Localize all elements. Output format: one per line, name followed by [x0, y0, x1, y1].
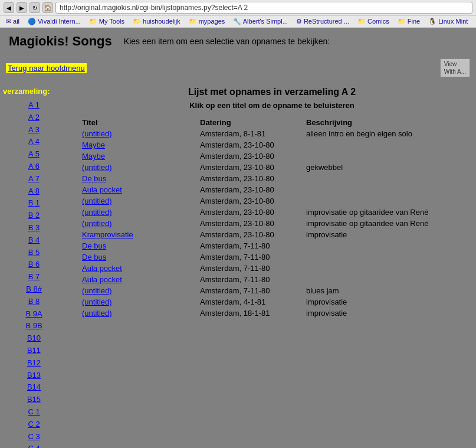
sidebar-item[interactable]: B 7 [3, 271, 65, 283]
bookmark-restructured[interactable]: ⚙ ReStructured ... [294, 17, 352, 26]
sidebar-item[interactable]: B15 [3, 394, 65, 406]
track-date: Amsterdam, 8-1-81 [198, 128, 304, 139]
track-description [304, 173, 464, 184]
bookmark-fine[interactable]: 📁 Fine [395, 17, 422, 26]
bookmark-alberts[interactable]: 🔧 Albert's Simpl... [231, 17, 290, 26]
home-button[interactable]: 🏠 [42, 2, 53, 13]
back-link-bar: Terug naar hoofdmenu ViewWith A... [0, 55, 476, 81]
sidebar-item[interactable]: B13 [3, 369, 65, 382]
table-row: (untitled)Amsterdam, 23-10-80improvisati… [80, 218, 464, 229]
sidebar-item[interactable]: B11 [3, 345, 65, 357]
track-title-link[interactable]: Aula pocket [82, 185, 122, 194]
sidebar-item[interactable]: B12 [3, 357, 65, 369]
track-title-link[interactable]: Maybe [82, 140, 105, 149]
sidebar-item[interactable]: A 4 [3, 136, 65, 148]
sidebar-item[interactable]: B14 [3, 381, 65, 394]
main-content: verzameling: A 1A 2A 3A 4A 5A 6A 7A 8B 1… [0, 81, 476, 448]
url-bar[interactable] [55, 2, 472, 14]
track-title-link[interactable]: De bus [82, 174, 106, 183]
sidebar: verzameling: A 1A 2A 3A 4A 5A 6A 7A 8B 1… [0, 81, 68, 448]
sidebar-item[interactable]: A 6 [3, 161, 65, 173]
track-date: Amsterdam, 23-10-80 [198, 218, 304, 229]
track-title-link[interactable]: Kramprovisatie [82, 230, 133, 239]
track-description: improvisatie [304, 229, 464, 240]
bookmark-mypages[interactable]: 📁 mypages [186, 17, 228, 26]
back-link[interactable]: Terug naar hoofdmenu [6, 63, 87, 73]
track-description [304, 184, 464, 195]
sidebar-item[interactable]: B 8 [3, 296, 65, 308]
sidebar-item[interactable]: A 7 [3, 173, 65, 185]
track-description [304, 195, 464, 207]
bookmark-mijngroepen[interactable]: 📁 Mijn groepen ... [474, 17, 476, 26]
sidebar-item[interactable]: A 3 [3, 124, 65, 136]
bookmark-vivaldi[interactable]: 🔵 Vivaldi Intern... [25, 17, 83, 26]
track-title-link[interactable]: Maybe [82, 152, 105, 161]
table-row: Aula pocketAmsterdam, 23-10-80 [80, 184, 464, 195]
bookmark-linuxmint[interactable]: 🐧 Linux Mint [426, 17, 470, 26]
sidebar-item[interactable]: C 3 [3, 431, 65, 443]
track-title-link[interactable]: (untitled) [82, 163, 112, 172]
forward-button[interactable]: ▶ [17, 2, 27, 13]
track-title-link[interactable]: (untitled) [82, 286, 112, 295]
sidebar-item[interactable]: C 2 [3, 418, 65, 431]
track-description: improvisatie [304, 308, 464, 319]
back-button[interactable]: ◀ [4, 2, 14, 13]
track-title-link[interactable]: (untitled) [82, 297, 112, 306]
track-date: Amsterdam, 23-10-80 [198, 184, 304, 195]
track-title-link[interactable]: Aula pocket [82, 275, 122, 284]
sidebar-item[interactable]: B 6 [3, 259, 65, 271]
track-description [304, 240, 464, 251]
track-date: Amsterdam, 7-11-80 [198, 263, 304, 274]
reload-button[interactable]: ↻ [29, 2, 40, 13]
browser-toolbar: ◀ ▶ ↻ 🏠 [0, 0, 476, 16]
track-date: Amsterdam, 23-10-80 [198, 173, 304, 184]
sidebar-item[interactable]: C 4 [3, 443, 65, 448]
bookmark-comics[interactable]: 📁 Comics [355, 17, 392, 26]
sidebar-item[interactable]: A 5 [3, 148, 65, 161]
sidebar-item[interactable]: B 8# [3, 283, 65, 296]
track-title-link[interactable]: De bus [82, 241, 106, 250]
track-description [304, 263, 464, 274]
track-title-link[interactable]: (untitled) [82, 208, 112, 217]
bookmarks-bar: ✉ ail 🔵 Vivaldi Intern... 📁 My Tools 📁 h… [0, 16, 476, 28]
track-date: Amsterdam, 23-10-80 [198, 139, 304, 151]
sidebar-item[interactable]: B 2 [3, 210, 65, 222]
view-button[interactable]: ViewWith A... [440, 58, 470, 77]
sidebar-item[interactable]: C 1 [3, 406, 65, 418]
collection-title: Lijst met opnames in verzameling A 2 [80, 87, 464, 97]
tracks-body: (untitled)Amsterdam, 8-1-81alleen intro … [80, 128, 464, 319]
track-title-link[interactable]: Aula pocket [82, 264, 122, 273]
track-description: improvisatie op gitaaridee van René [304, 207, 464, 218]
sidebar-item[interactable]: B 5 [3, 247, 65, 259]
sidebar-item[interactable]: B 9A [3, 308, 65, 321]
track-title-link[interactable]: (untitled) [82, 219, 112, 228]
track-title-link[interactable]: (untitled) [82, 129, 112, 138]
sidebar-item[interactable]: B10 [3, 332, 65, 345]
sidebar-item[interactable]: A 8 [3, 185, 65, 198]
sidebar-item[interactable]: B 3 [3, 222, 65, 234]
bookmark-mytools[interactable]: 📁 My Tools [87, 17, 127, 26]
track-title-link[interactable]: (untitled) [82, 309, 112, 318]
table-row: (untitled)Amsterdam, 23-10-80gekwebbel [80, 162, 464, 173]
col-header-date: Datering [198, 117, 304, 128]
sidebar-item[interactable]: B 9B [3, 320, 65, 332]
bookmark-mail[interactable]: ✉ ail [4, 17, 22, 26]
table-header-row: Titel Datering Beschrijving [80, 117, 464, 128]
table-row: De busAmsterdam, 7-11-80 [80, 251, 464, 263]
sidebar-item[interactable]: B 4 [3, 234, 65, 247]
track-date: Amsterdam, 7-11-80 [198, 240, 304, 251]
table-row: Aula pocketAmsterdam, 7-11-80 [80, 263, 464, 274]
track-title-link[interactable]: De bus [82, 253, 106, 261]
track-description: improvisatie [304, 296, 464, 308]
bookmark-huishoudelijk[interactable]: 📁 huishoudelijk [130, 17, 183, 26]
sidebar-item[interactable]: A 2 [3, 112, 65, 124]
track-title-link[interactable]: (untitled) [82, 197, 112, 205]
table-row: MaybeAmsterdam, 23-10-80 [80, 139, 464, 151]
track-date: Amsterdam, 23-10-80 [198, 151, 304, 162]
sidebar-item[interactable]: A 1 [3, 99, 65, 112]
sidebar-item[interactable]: B 1 [3, 197, 65, 210]
track-date: Amsterdam, 7-11-80 [198, 285, 304, 296]
track-date: Amsterdam, 4-1-81 [198, 296, 304, 308]
track-description [304, 251, 464, 263]
track-description [304, 139, 464, 151]
